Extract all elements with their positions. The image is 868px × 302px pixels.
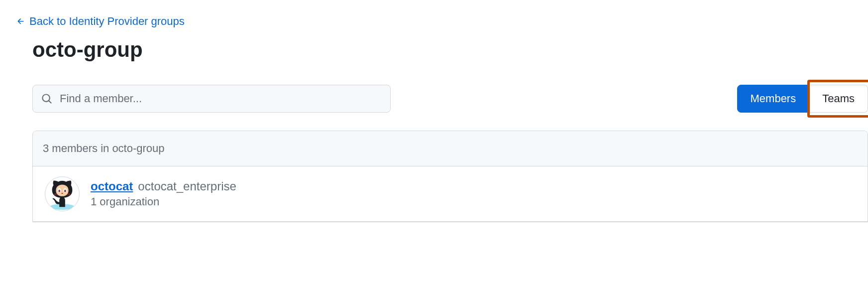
- list-header: 3 members in octo-group: [33, 131, 868, 166]
- member-meta: 1 organization: [91, 195, 236, 208]
- controls-row: Members Teams: [16, 85, 868, 113]
- page-title: octo-group: [16, 38, 868, 62]
- arrow-left-icon: [16, 17, 25, 26]
- search-wrap: [32, 85, 391, 113]
- search-input[interactable]: [32, 85, 391, 113]
- octocat-icon: [45, 176, 79, 211]
- svg-point-8: [58, 189, 60, 192]
- member-name-row: octocat octocat_enterprise: [91, 179, 236, 193]
- tab-teams[interactable]: Teams: [809, 85, 868, 113]
- search-icon: [41, 93, 52, 104]
- svg-point-10: [61, 193, 63, 194]
- member-username-link[interactable]: octocat: [91, 179, 133, 193]
- avatar: [45, 176, 80, 211]
- back-link-label: Back to Identity Provider groups: [29, 15, 185, 28]
- members-list: 3 members in octo-group oct: [32, 131, 868, 222]
- tab-members[interactable]: Members: [737, 85, 810, 113]
- svg-point-9: [64, 189, 66, 192]
- member-fullname: octocat_enterprise: [138, 179, 236, 193]
- member-info: octocat octocat_enterprise 1 organizatio…: [91, 179, 236, 208]
- tab-group: Members Teams: [737, 85, 868, 113]
- list-item: octocat octocat_enterprise 1 organizatio…: [33, 166, 868, 222]
- back-link[interactable]: Back to Identity Provider groups: [16, 15, 185, 28]
